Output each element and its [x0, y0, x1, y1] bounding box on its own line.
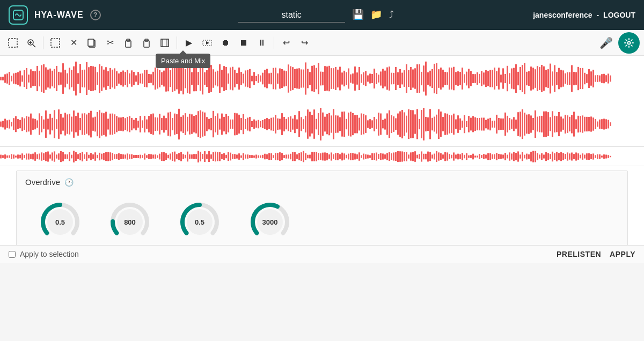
pause-button[interactable]: ⏸: [253, 34, 270, 51]
knob-post-cutoff[interactable]: 3000: [246, 195, 294, 243]
svg-line-3: [33, 45, 35, 47]
svg-rect-8: [88, 39, 94, 46]
redo-button[interactable]: ↪: [296, 34, 313, 51]
mic-button[interactable]: 🎤: [599, 36, 613, 49]
knob-value-pre-bandpass: 0.5: [55, 218, 65, 226]
help-icon[interactable]: ?: [90, 10, 101, 20]
header-left: HYA-WAVE ?: [9, 5, 101, 25]
bottom-actions: PRELISTEN APPLY: [557, 250, 635, 258]
save-icon[interactable]: 💾: [352, 9, 364, 20]
mini-waveform[interactable]: [0, 147, 644, 166]
sep1: [43, 36, 43, 49]
effect-header: Overdrive 🕐: [25, 177, 619, 187]
paste-mix-tooltip: Paste and Mix: [156, 54, 210, 68]
cut-button[interactable]: ✂: [101, 34, 119, 51]
select-all-button[interactable]: [4, 34, 21, 51]
svg-rect-13: [161, 39, 169, 47]
svg-rect-12: [145, 39, 148, 41]
logout-button[interactable]: LOGOUT: [603, 11, 635, 19]
sep2: [177, 36, 177, 49]
separator: -: [597, 11, 602, 19]
header-center: 💾 📁 ⤴: [238, 8, 393, 23]
paste-button[interactable]: [120, 34, 137, 51]
play-button[interactable]: ▶: [180, 34, 197, 51]
waveform-upper[interactable]: // Will be drawn via JS below: [0, 56, 644, 147]
svg-rect-11: [144, 41, 149, 47]
svg-rect-9: [126, 41, 131, 47]
paste-mix-button[interactable]: [138, 34, 155, 51]
effect-title: Overdrive: [25, 177, 60, 187]
svg-rect-1: [9, 39, 17, 47]
zoom-button[interactable]: [23, 34, 40, 51]
settings-button[interactable]: [618, 32, 640, 54]
apply-button[interactable]: APPLY: [610, 250, 635, 258]
username: janesconference: [533, 11, 592, 19]
knob-drive-amount[interactable]: 0.5: [175, 195, 224, 243]
stop-button[interactable]: ⏹: [235, 34, 252, 51]
share-icon[interactable]: ⤴: [389, 9, 394, 20]
app-name: HYA-WAVE: [34, 10, 84, 20]
select-rect-button[interactable]: [47, 34, 64, 51]
knob-value-dist-color: 800: [124, 218, 136, 226]
bottom-bar: Apply to selection PRELISTEN APPLY: [0, 245, 644, 263]
apply-selection-label[interactable]: Apply to selection: [9, 250, 79, 258]
filename-input[interactable]: [238, 8, 345, 23]
knob-pre-bandpass[interactable]: 0.5: [36, 195, 84, 243]
header-right: janesconference - LOGOUT: [531, 11, 635, 19]
svg-point-18: [628, 41, 631, 44]
svg-rect-10: [127, 39, 130, 41]
undo-button[interactable]: ↩: [277, 34, 295, 51]
toolbar: ✕ ✂ Paste and Mix ▶ ⏺ ⏹ ⏸ ↩ ↪ 🎤: [0, 30, 644, 56]
deselect-button[interactable]: ✕: [65, 34, 82, 51]
record-button[interactable]: ⏺: [217, 34, 234, 51]
knob-value-drive-amount: 0.5: [195, 218, 204, 226]
apply-selection-checkbox[interactable]: [9, 251, 16, 258]
play-selection-button[interactable]: [199, 34, 216, 51]
prelisten-button[interactable]: PRELISTEN: [557, 250, 601, 258]
effect-clock-icon: 🕐: [64, 178, 74, 187]
knob-value-post-cutoff: 3000: [262, 218, 277, 226]
header: HYA-WAVE ? 💾 📁 ⤴ janesconference - LOGOU…: [0, 0, 644, 30]
folder-icon[interactable]: 📁: [370, 9, 382, 20]
crop-button[interactable]: [156, 34, 173, 51]
logo[interactable]: [9, 5, 28, 25]
knob-dist-color[interactable]: 800: [106, 195, 154, 243]
sep3: [274, 36, 274, 49]
copy-button[interactable]: [83, 34, 100, 51]
svg-marker-17: [206, 41, 209, 45]
svg-rect-6: [51, 39, 60, 47]
apply-selection-text: Apply to selection: [20, 250, 79, 258]
